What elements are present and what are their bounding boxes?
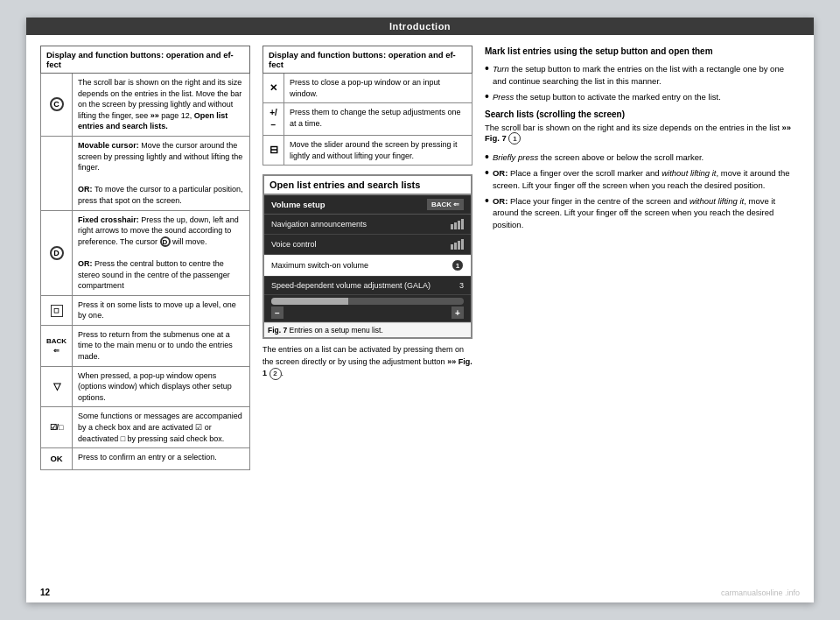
- bullet-or2-text: OR: Place your finger in the centre of t…: [493, 195, 800, 231]
- right-heading: Mark list entries using the setup button…: [485, 46, 800, 58]
- slider-plus-button[interactable]: +: [452, 306, 464, 319]
- gala-label: Speed-dependent volume adjustment (GALA): [271, 281, 430, 290]
- desc-cell-crosshair: Fixed crosshair: Press the up, down, lef…: [73, 210, 250, 295]
- desc-cell-c: The scroll bar is shown on the right and…: [73, 74, 250, 137]
- right-column: Mark list entries using the setup button…: [485, 46, 800, 583]
- open-list-title: Open list entries and search lists: [264, 176, 471, 195]
- bullet-section-setup: • Turn the setup button to mark the entr…: [485, 63, 800, 102]
- voice-label: Voice control: [271, 240, 317, 249]
- volume-setup-label: Volume setup: [271, 200, 326, 209]
- desc-cell-back: Press to return from the submenus one at…: [73, 325, 250, 366]
- d-icon: D: [50, 246, 64, 260]
- slider-row: − +: [264, 295, 471, 322]
- mid-column: Display and function buttons: operation …: [262, 46, 472, 583]
- table-row: ☑/□ Some functions or messages are accom…: [41, 407, 250, 448]
- icon-cell-empty1: [41, 136, 73, 210]
- back-arrow-icon: ⇐: [453, 201, 459, 208]
- bullet-dot-or1: •: [485, 166, 489, 192]
- sym-cell-plusminus: +/−: [263, 103, 284, 136]
- search-lists-subheading: Search lists (scrolling the screen): [485, 109, 800, 119]
- bullet-briefly-text: Briefly press the screen above or below …: [493, 151, 704, 164]
- icon-cell-check: ☑/□: [41, 407, 73, 448]
- setup-menu: Volume setup BACK ⇐ Navigation announcem…: [264, 195, 471, 322]
- table-row: D Fixed crosshair: Press the up, down, l…: [41, 210, 250, 295]
- c-icon: C: [50, 97, 64, 111]
- icon-cell-back: BACK ⇐: [41, 325, 73, 366]
- ok-label: OK: [50, 454, 62, 463]
- slider-track[interactable]: [271, 298, 464, 305]
- bullet-dot-1: •: [485, 62, 489, 88]
- nav-label: Navigation announcements: [271, 220, 367, 229]
- search-lists-label: Search lists (scrolling the screen): [485, 109, 625, 119]
- scroll-intro-section: The scroll bar is shown on the right and…: [485, 123, 800, 144]
- setup-menu-header: Volume setup BACK ⇐: [264, 195, 471, 215]
- desc-cell-triangle: When pressed, a pop-up window opens (opt…: [73, 366, 250, 407]
- desc-cell-plusminus: Press them to change the setup adjustmen…: [284, 103, 472, 136]
- gala-value: 3: [459, 281, 464, 290]
- table-row: ◻ Press it on some lists to move up a le…: [41, 295, 250, 325]
- desc-cell-square: Press it on some lists to move up a leve…: [73, 295, 250, 325]
- bullet-item-or2: • OR: Place your finger in the centre of…: [485, 195, 800, 231]
- menu-item-gala[interactable]: Speed-dependent volume adjustment (GALA)…: [264, 277, 471, 295]
- d-inline-icon: D: [160, 236, 171, 247]
- desc-cell-ok: Press to confirm an entry or a selection…: [73, 448, 250, 469]
- icon-cell-c: C: [41, 74, 73, 137]
- icon-cell-triangle: ▽: [41, 366, 73, 407]
- left-function-table: Display and function buttons: operation …: [40, 46, 250, 470]
- scroll-bullets-section: • Briefly press the screen above or belo…: [485, 151, 800, 231]
- menu-item-voice[interactable]: Voice control: [264, 235, 471, 255]
- right-heading-text: Mark list entries using the setup button…: [485, 46, 713, 56]
- bullet-or1-text: OR: Place a finger over the scroll marke…: [493, 167, 800, 192]
- menu-item-maxvol[interactable]: Maximum switch-on volume 1: [264, 255, 471, 277]
- left-table-heading: Display and function buttons: operation …: [41, 46, 250, 74]
- fig-label: Fig. 7: [268, 326, 287, 335]
- bullet-press-text: Press the setup button to activate the m…: [493, 91, 721, 103]
- mid-function-table: Display and function buttons: operation …: [262, 46, 472, 166]
- bullet-dot-2: •: [485, 90, 489, 103]
- watermark: carmanualsонline .info: [721, 588, 800, 597]
- fig-caption-text: Entries on a setup menu list.: [290, 326, 383, 335]
- slider-minus-button[interactable]: −: [271, 306, 284, 319]
- table-row: BACK ⇐ Press to return from the submenus…: [41, 325, 250, 366]
- desc-cell-x: Press to close a pop-up window or an inp…: [284, 74, 472, 103]
- menu-item-nav[interactable]: Navigation announcements: [264, 215, 471, 235]
- slider-fill: [271, 298, 348, 305]
- maxvol-label: Maximum switch-on volume: [271, 261, 368, 270]
- bullet-item-or1: • OR: Place a finger over the scroll mar…: [485, 167, 800, 192]
- bullet-dot-or2: •: [485, 194, 489, 231]
- table-row: OK Press to confirm an entry or a select…: [41, 448, 250, 469]
- desc-cell-check: Some functions or messages are accompani…: [73, 407, 250, 448]
- badge-1: 1: [452, 259, 464, 271]
- icon-cell-ok: OK: [41, 448, 73, 469]
- sym-cell-x: ✕: [263, 74, 284, 103]
- table-row: Movable cursor: Move the cursor around t…: [41, 136, 250, 210]
- bullet-turn-text: Turn the setup button to mark the entrie…: [493, 63, 800, 88]
- square-icon: ◻: [51, 305, 63, 317]
- content-area: Display and function buttons: operation …: [26, 35, 814, 594]
- table-row: ✕ Press to close a pop-up window or an i…: [263, 74, 472, 103]
- page-header: Introduction: [26, 18, 814, 35]
- open-list-box: Open list entries and search lists Volum…: [262, 174, 472, 339]
- table-row: +/− Press them to change the setup adjus…: [263, 103, 472, 136]
- mid-table-heading: Display and function buttons: operation …: [263, 46, 472, 74]
- back-button[interactable]: BACK ⇐: [427, 199, 464, 210]
- table-row: C The scroll bar is shown on the right a…: [41, 74, 250, 137]
- scroll-intro-text: The scroll bar is shown on the right and…: [485, 123, 800, 144]
- bullet-item-turn: • Turn the setup button to mark the entr…: [485, 63, 800, 88]
- header-title: Introduction: [389, 21, 451, 32]
- page: Introduction Display and function button…: [26, 18, 814, 602]
- voice-bars-icon: [451, 239, 464, 250]
- slider-buttons: − +: [271, 306, 464, 319]
- left-column: Display and function buttons: operation …: [40, 46, 250, 583]
- desc-cell-cursor: Movable cursor: Move the cursor around t…: [73, 136, 250, 210]
- badge-fig7: 1: [508, 132, 521, 144]
- table-row: ⊟ Move the slider around the screen by p…: [263, 136, 472, 166]
- sym-cell-slider: ⊟: [263, 136, 284, 166]
- bullet-item-briefly: • Briefly press the screen above or belo…: [485, 151, 800, 164]
- icon-cell-d: D: [41, 210, 73, 295]
- bullet-item-press: • Press the setup button to activate the…: [485, 91, 800, 103]
- open-list-caption: The entries on a list can be activated b…: [262, 344, 472, 380]
- icon-cell-square: ◻: [41, 295, 73, 325]
- bullet-dot-briefly: •: [485, 151, 489, 164]
- table-row: ▽ When pressed, a pop-up window opens (o…: [41, 366, 250, 407]
